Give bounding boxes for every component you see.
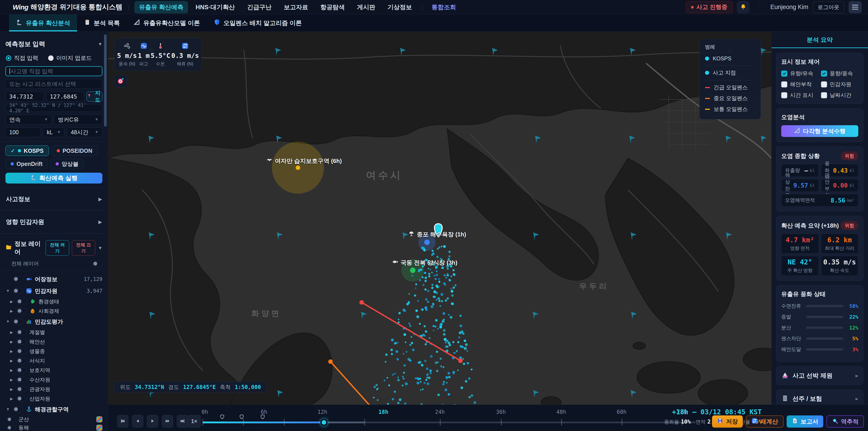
longitude-input[interactable]: 127.6845: [46, 92, 85, 101]
tab-유출유확산모델 이론[interactable]: 유출유확산모델 이론: [127, 14, 207, 31]
radio-image-upload[interactable]: 이미지 업로드: [48, 54, 92, 62]
chevron-right-icon[interactable]: ▶: [9, 309, 14, 313]
oil-type-select[interactable]: 벙커C유▼: [54, 115, 102, 125]
checkbox-시간 표시[interactable]: 시간 표시: [781, 92, 819, 99]
layer-toggle-수산자원[interactable]: [17, 377, 27, 382]
scrollbar-thumb[interactable]: [104, 34, 107, 127]
layer-toggle-생물종[interactable]: [17, 348, 27, 354]
model-chip-KOSPS[interactable]: ✓KOSPS: [5, 146, 49, 156]
model-chip-OpenDrift[interactable]: OpenDrift: [5, 159, 48, 169]
chevron-right-icon[interactable]: ▶: [9, 387, 14, 392]
layer-toggle-어장정보[interactable]: [13, 276, 23, 282]
nav-item-HNS·대기확산[interactable]: HNS·대기확산: [191, 1, 239, 13]
duration-select[interactable]: 48시간▼: [67, 127, 102, 137]
polygon-analysis-button[interactable]: 다각형 분석수행: [781, 125, 858, 137]
보고서-button[interactable]: 보고서: [786, 415, 823, 428]
run-prediction-button[interactable]: 확산예측 실행: [5, 173, 102, 184]
vessel-spec-section[interactable]: 사고 선박 제원 ▶: [776, 366, 864, 385]
checkbox-해안부착[interactable]: 해안부착: [781, 81, 819, 88]
chevron-right-icon[interactable]: ▶: [9, 349, 14, 353]
layer-style-swatch[interactable]: [96, 416, 102, 423]
tab-분석 목록[interactable]: 분석 목록: [77, 14, 127, 31]
nav-item-유출유 확산예측[interactable]: 유출유 확산예측: [134, 1, 188, 13]
layer-style-swatch[interactable]: [96, 425, 102, 431]
chevron-right-icon[interactable]: ▶: [9, 368, 14, 372]
layer-toggle-해경관할구역[interactable]: [13, 407, 23, 412]
layer-toggle-산업자원[interactable]: [17, 396, 27, 401]
nav-item-통합조회[interactable]: 통합조회: [427, 1, 460, 13]
layer-toggle-서식지[interactable]: [17, 358, 27, 363]
timeline-thumb[interactable]: [320, 419, 328, 426]
tab-유출유 확산분석[interactable]: 유출유 확산분석: [9, 14, 77, 31]
fence-endpoint[interactable]: [328, 359, 333, 364]
all-layer-toggle[interactable]: [92, 261, 102, 267]
section-incident-info[interactable]: 사고정보 ▶: [5, 192, 102, 206]
section-header-prediction[interactable]: 예측정보 입력 ▼: [5, 40, 102, 49]
재계산-button[interactable]: 재계산: [746, 415, 783, 428]
layer-toggle-민감도평가[interactable]: [13, 319, 23, 324]
nav-item-기상정보[interactable]: 기상정보: [383, 1, 416, 13]
site-marker-dot[interactable]: [296, 165, 300, 170]
layer-toggle-보호지역[interactable]: [17, 368, 27, 373]
site-marker-dot[interactable]: [424, 240, 430, 245]
chevron-right-icon[interactable]: ▶: [9, 397, 14, 401]
nav-item-긴급구난[interactable]: 긴급구난: [243, 1, 276, 13]
chevron-right-icon[interactable]: ▶: [9, 340, 14, 344]
latitude-input[interactable]: 34.7312: [5, 92, 44, 101]
chevron-right-icon[interactable]: ▶: [9, 300, 14, 304]
nav-item-보고자료[interactable]: 보고자료: [279, 1, 313, 13]
layer-toggle-군산[interactable]: [7, 417, 16, 422]
fence-endpoint[interactable]: [458, 359, 463, 363]
fence-deploy-marker[interactable]: [239, 414, 244, 420]
chevron-right-icon[interactable]: ▶: [9, 359, 14, 363]
layer-toggle-사회경제[interactable]: [17, 308, 27, 314]
chevron-right-icon[interactable]: ▶: [9, 330, 14, 335]
nav-item-게시판[interactable]: 게시판: [352, 1, 380, 13]
locate-incident-button[interactable]: [114, 74, 127, 88]
fence-deploy-marker[interactable]: [220, 414, 225, 420]
nav-item-항공탐색[interactable]: 항공탐색: [316, 1, 349, 13]
model-chip-앙상블[interactable]: 앙상블: [51, 159, 84, 169]
owner-insurance-section[interactable]: 선주 / 보험 ▶: [776, 389, 864, 405]
chevron-down-icon[interactable]: ▼: [5, 407, 10, 411]
amount-input[interactable]: 100: [5, 127, 41, 137]
incident-status-badge[interactable]: 사고 진행중: [686, 1, 733, 13]
unit-select[interactable]: kL▼: [43, 127, 65, 137]
menu-button[interactable]: [848, 1, 862, 13]
저장-button[interactable]: 저장: [712, 415, 743, 428]
fence-endpoint[interactable]: [360, 300, 364, 305]
logout-button[interactable]: 로그아웃: [813, 1, 844, 13]
site-marker-dot[interactable]: [410, 268, 415, 273]
역추적-button[interactable]: 역추적: [827, 415, 864, 428]
checkbox-날짜시간[interactable]: 날짜시간: [821, 92, 859, 99]
incident-list-select[interactable]: 또는 사고 리스트에서 선택: [5, 79, 102, 89]
map-canvas[interactable]: 여자만 습지보호구역 (6h)종포 해수욕장 (1h)국동 전복 양식장 (3h…: [108, 32, 771, 405]
fence-deploy-marker[interactable]: [260, 414, 265, 420]
all-layers-on-button[interactable]: 전체 켜기: [46, 240, 69, 256]
save-icon: [717, 418, 723, 426]
checkbox-유향/유속[interactable]: 유향/유속: [781, 70, 819, 77]
oil-fence-line[interactable]: [331, 362, 393, 405]
chevron-down-icon[interactable]: ▼: [5, 319, 10, 324]
checkbox-풍향/풍속[interactable]: 풍향/풍속: [821, 70, 859, 77]
chevron-right-icon[interactable]: ▶: [9, 378, 14, 382]
incident-name-input[interactable]: 사고명 직접 입력: [5, 66, 102, 76]
spill-type-select[interactable]: 연속▼: [5, 115, 52, 125]
input-mode-radios: 직접 입력 이미지 업로드: [6, 54, 102, 62]
layer-toggle-관광자원[interactable]: [17, 387, 27, 392]
section-affected-resources[interactable]: 영향 민감자원 ▶: [5, 215, 102, 229]
all-layers-off-button[interactable]: 전체 끄기: [72, 240, 95, 256]
chevron-down-icon[interactable]: ▼: [5, 289, 10, 293]
radio-direct-input[interactable]: 직접 입력: [6, 54, 38, 62]
layer-toggle-환경생태[interactable]: [17, 299, 27, 304]
layer-toggle-해안선[interactable]: [17, 339, 27, 344]
oil-fence-line[interactable]: [362, 302, 460, 361]
tab-오일펜스 배치 알고리즘 이론[interactable]: 오일펜스 배치 알고리즘 이론: [207, 14, 309, 31]
layer-toggle-민감자원[interactable]: [13, 288, 23, 294]
model-chip-POSEIDON[interactable]: POSEIDON: [52, 146, 98, 156]
checkbox-민감자원[interactable]: 민감자원: [821, 81, 859, 88]
pick-on-map-button[interactable]: 지도: [87, 92, 102, 101]
layer-toggle-계절별[interactable]: [17, 330, 27, 335]
layer-toggle-동해[interactable]: [7, 425, 16, 430]
notification-button[interactable]: [737, 1, 749, 13]
